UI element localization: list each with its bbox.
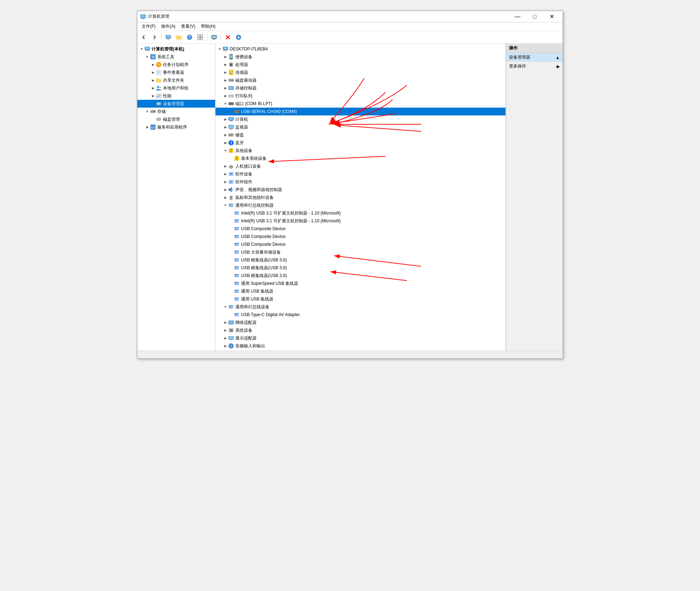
folder-toolbar-icon	[176, 34, 182, 40]
event-icon	[156, 70, 162, 75]
close-button[interactable]: ✕	[543, 11, 560, 22]
tree-item[interactable]: ▶ ᛒ 蓝牙	[215, 139, 505, 147]
sidebar-item-services[interactable]: ▶ SVC 服务和应用程序	[137, 123, 215, 131]
expand-icon: ▶	[223, 140, 228, 146]
tree-item[interactable]: ! 基本系统设备	[215, 154, 505, 162]
maximize-button[interactable]: □	[526, 11, 543, 22]
sidebar-item-device-manager[interactable]: 设备管理器	[137, 100, 215, 108]
sidebar-item-disk[interactable]: 磁盘管理	[137, 115, 215, 123]
window-icon	[140, 14, 146, 20]
delete-button[interactable]	[223, 32, 233, 42]
tree-item[interactable]: ▶	[215, 61, 505, 69]
minimize-button[interactable]: —	[509, 11, 526, 22]
svg-rect-142	[229, 337, 233, 339]
sidebar-label: 设备管理器	[163, 101, 184, 107]
sensor-icon: 📡	[228, 70, 234, 75]
forward-icon	[152, 34, 157, 40]
svg-rect-88	[231, 134, 232, 135]
tree-item[interactable]: USB USB Composite Device	[215, 233, 505, 240]
expand-icon: ▶	[223, 171, 228, 177]
svg-rect-32	[156, 93, 161, 98]
tree-item[interactable]: ▶ 网络适配器	[215, 319, 505, 326]
tree-label: 打印队列	[235, 93, 252, 99]
sidebar-item-shared[interactable]: ▶ 共享文件夹	[137, 76, 215, 84]
expand-icon: ▶	[223, 124, 228, 130]
tree-view: ▼ DESKTOP-I7L8EB4	[215, 44, 505, 351]
tree-item[interactable]: USB USB Type-C Digital AV Adapter	[215, 311, 505, 319]
sidebar-label: 共享文件夹	[163, 77, 184, 83]
sidebar-item-perf[interactable]: ▶ 性能	[137, 92, 215, 100]
svg-text:USB: USB	[234, 282, 240, 285]
sidebar-label: 性能	[163, 93, 171, 99]
tree-item[interactable]: ▶ 软件组件	[215, 178, 505, 186]
sidebar-item-event[interactable]: ▶ 事件查看器	[137, 69, 215, 76]
tree-item-usb-device[interactable]: ▼ USB 通用串行总线设备	[215, 303, 505, 311]
tree-item[interactable]: USB USB Composite Device	[215, 225, 505, 233]
computer-button[interactable]	[163, 32, 173, 42]
menu-file[interactable]: 文件(F)	[139, 23, 158, 31]
tree-item[interactable]: USB USB 根集线器(USB 3.0)	[215, 264, 505, 272]
forward-button[interactable]	[149, 32, 159, 42]
sidebar-item-task[interactable]: ▶ 任务计划程序	[137, 61, 215, 69]
tree-item[interactable]: ▶ 监视器	[215, 123, 505, 131]
expand-icon: ▼	[223, 148, 228, 153]
tree-item[interactable]: ▶ 打印队列	[215, 92, 505, 100]
expand-icon: ▶	[223, 116, 228, 122]
tree-item[interactable]: ▶ ♪ 音频输入和输出	[215, 342, 505, 350]
expand-icon: ▼	[144, 109, 150, 114]
menu-view[interactable]: 查看(V)	[178, 23, 198, 31]
tree-item-other[interactable]: ▼ ! 其他设备	[215, 147, 505, 154]
tree-item[interactable]: USB USB 大容量存储设备	[215, 248, 505, 256]
tree-item[interactable]: USB USB 根集线器(USB 3.0)	[215, 256, 505, 264]
folder-button[interactable]	[174, 32, 184, 42]
tree-item[interactable]: ▶ 计算机	[215, 115, 505, 123]
expand-icon: ▶	[223, 85, 228, 91]
tree-item[interactable]: ▶ 声音、视频和游戏控制器	[215, 186, 505, 194]
tree-item[interactable]: USB Intel(R) USB 3.1 可扩展主机控制器 - 1.10 (Mi…	[215, 217, 505, 225]
tree-item[interactable]: ▶ 软件设备	[215, 170, 505, 178]
tree-item[interactable]: ▶ 键盘	[215, 131, 505, 139]
sidebar-item-system-tools[interactable]: ▼ ⚙ 系统工具	[137, 53, 215, 61]
expand-icon: ▶	[223, 77, 228, 83]
menu-action[interactable]: 操作(A)	[158, 23, 178, 31]
sidebar-label: 本地用户和组	[163, 85, 188, 91]
sidebar-item-users[interactable]: ▶ 本地用户和组	[137, 84, 215, 92]
tree-root[interactable]: ▼ DESKTOP-I7L8EB4	[215, 45, 505, 53]
tree-item[interactable]: ▶ 📡 传感器	[215, 69, 505, 76]
svg-rect-6	[167, 38, 169, 39]
tree-item[interactable]: USB USB Composite Device	[215, 240, 505, 248]
sidebar-header[interactable]: ▼ 计算机管理(本机)	[137, 45, 215, 53]
tree-item[interactable]: ▶ 鼠标和其他指针设备	[215, 194, 505, 201]
tree-item[interactable]: ▶ 便携设备	[215, 53, 505, 61]
sidebar-item-storage[interactable]: ▼ 存储	[137, 108, 215, 115]
tree-item[interactable]: ▶ ⚙ 系统设备	[215, 326, 505, 334]
grid-button[interactable]	[195, 32, 205, 42]
tree-item[interactable]: USB USB 根集线器(USB 3.0)	[215, 272, 505, 280]
tree-label: USB-SERIAL CH340 (COM4)	[241, 109, 297, 114]
menu-help[interactable]: 帮助(H)	[198, 23, 218, 31]
back-button[interactable]	[139, 32, 149, 42]
tree-item-ports[interactable]: ▼ 端口 (COM 和 LPT)	[215, 100, 505, 108]
usb-hub-icon: USB	[234, 265, 240, 271]
tree-item-usb-ctrl[interactable]: ▼ USB 通用串行总线控制器	[215, 201, 505, 209]
monitor-button[interactable]	[209, 32, 219, 42]
svg-point-31	[159, 87, 161, 88]
tree-item-com4[interactable]: USB-SERIAL CH340 (COM4)	[215, 108, 505, 115]
svg-rect-86	[229, 134, 230, 135]
download-button[interactable]	[234, 32, 244, 42]
help-button[interactable]: ?	[185, 32, 195, 42]
tree-item[interactable]: USB Intel(R) USB 3.1 可扩展主机控制器 - 1.10 (Mi…	[215, 209, 505, 217]
svg-text:USB: USB	[234, 290, 240, 293]
tree-item[interactable]: ▶ 存储控制器	[215, 84, 505, 92]
tree-item[interactable]: USB 通用 SuperSpeed USB 集线器	[215, 280, 505, 287]
svg-rect-76	[238, 111, 239, 112]
svg-rect-82	[229, 125, 233, 128]
right-panel-more-actions[interactable]: 更多操作 ▶	[506, 62, 563, 71]
right-panel-device-manager[interactable]: 设备管理器 ▲	[506, 53, 563, 62]
tree-item[interactable]: USB 通用 USB 集线器	[215, 287, 505, 295]
tree-item[interactable]: ▶ 显示适配器	[215, 334, 505, 342]
tree-item[interactable]: ▶ 磁盘驱动器	[215, 76, 505, 84]
tree-item[interactable]: ▶ 人机接口设备	[215, 162, 505, 170]
expand-icon: ▼	[139, 46, 144, 52]
tree-item[interactable]: USB 通用 USB 集线器	[215, 295, 505, 303]
